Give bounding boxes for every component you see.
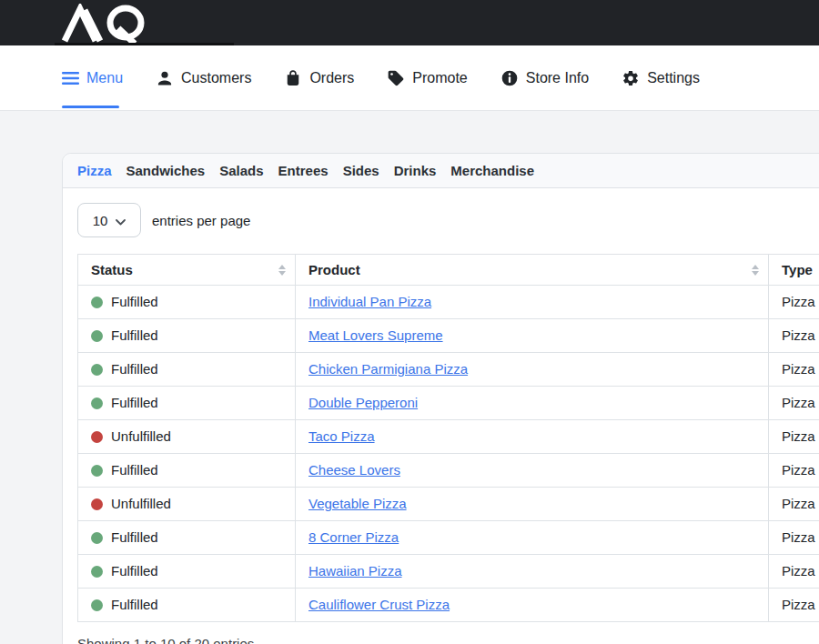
tab-merchandise[interactable]: Merchandise	[450, 163, 534, 178]
tab-salads[interactable]: Salads	[219, 163, 263, 178]
showing-entries-text: Showing 1 to 10 of 20 entries	[77, 636, 819, 644]
product-cell: Chicken Parmigiana Pizza	[296, 353, 769, 387]
product-cell: Cheese Lovers	[296, 454, 769, 488]
status-cell: Fulfilled	[78, 353, 296, 387]
entries-count-value: 10	[93, 213, 108, 228]
status-cell: Fulfilled	[78, 319, 296, 353]
primary-nav: Menu Customers Orders Promote Store Info…	[0, 45, 819, 111]
tab-pizza[interactable]: Pizza	[77, 163, 112, 178]
entries-per-page-label: entries per page	[152, 213, 250, 228]
product-link[interactable]: Meat Lovers Supreme	[308, 327, 443, 343]
status-dot-icon	[91, 397, 103, 409]
hamburger-icon	[62, 72, 79, 85]
product-cell: Double Pepperoni	[296, 387, 769, 420]
table-row: Fulfilled Double Pepperoni Pizza	[78, 387, 819, 420]
status-dot-icon	[91, 465, 103, 477]
topbar	[0, 0, 819, 45]
status-label: Fulfilled	[111, 562, 158, 580]
active-nav-underline	[62, 106, 119, 108]
nav-item-promote[interactable]: Promote	[387, 45, 467, 110]
product-link[interactable]: Double Pepperoni	[308, 395, 418, 410]
status-cell: Fulfilled	[78, 555, 296, 589]
type-cell: Pizza	[769, 286, 819, 319]
entries-per-page-row: 10 entries per page	[77, 203, 819, 237]
tab-drinks[interactable]: Drinks	[394, 163, 437, 178]
tab-entrees[interactable]: Entrees	[278, 163, 329, 178]
product-cell: Hawaiian Pizza	[296, 555, 769, 589]
table-row: Fulfilled Cheese Lovers Pizza	[78, 454, 819, 488]
table-row: Fulfilled Meat Lovers Supreme Pizza	[78, 319, 819, 353]
status-cell: Fulfilled	[78, 454, 296, 488]
status-dot-icon	[91, 566, 103, 578]
product-link[interactable]: Cauliflower Crust Pizza	[308, 597, 450, 612]
product-link[interactable]: 8 Corner Pizza	[308, 529, 399, 545]
nav-item-store-info[interactable]: Store Info	[500, 45, 589, 110]
status-label: Fulfilled	[111, 528, 158, 547]
product-cell: Taco Pizza	[296, 420, 769, 454]
tab-sides[interactable]: Sides	[343, 163, 379, 178]
status-dot-icon	[91, 330, 103, 342]
nav-item-label: Orders	[309, 70, 354, 86]
category-tabs: Pizza Sandwiches Salads Entrees Sides Dr…	[63, 154, 819, 188]
nav-item-customers[interactable]: Customers	[156, 45, 251, 110]
table-row: Fulfilled 8 Corner Pizza Pizza	[78, 521, 819, 555]
person-icon	[156, 69, 174, 87]
product-cell: Meat Lovers Supreme	[296, 319, 769, 353]
type-cell: Pizza	[769, 353, 819, 387]
status-label: Unfulfilled	[111, 428, 171, 446]
column-header-status[interactable]: Status	[78, 255, 296, 286]
nav-item-menu[interactable]: Menu	[62, 45, 123, 110]
nav-item-settings[interactable]: Settings	[622, 45, 700, 110]
type-cell: Pizza	[769, 319, 819, 353]
status-label: Fulfilled	[111, 360, 158, 378]
menu-card: Pizza Sandwiches Salads Entrees Sides Dr…	[62, 153, 819, 644]
entries-count-select[interactable]: 10	[77, 203, 141, 237]
nav-item-label: Promote	[412, 70, 467, 86]
product-link[interactable]: Hawaiian Pizza	[308, 563, 402, 579]
status-dot-icon	[91, 431, 103, 443]
status-label: Unfulfilled	[111, 495, 171, 513]
status-label: Fulfilled	[111, 327, 158, 345]
chevron-down-icon	[116, 213, 126, 228]
bag-icon	[284, 69, 302, 87]
type-cell: Pizza	[769, 555, 819, 589]
column-header-product[interactable]: Product	[296, 255, 769, 286]
info-icon	[500, 69, 519, 87]
product-link[interactable]: Taco Pizza	[308, 428, 375, 444]
column-header-type[interactable]: Type	[769, 255, 819, 286]
nav-item-label: Settings	[647, 70, 700, 86]
status-dot-icon	[91, 498, 103, 510]
products-table: Status Product Type Fulfilled	[77, 254, 819, 622]
card-body: 10 entries per page Status Product	[63, 188, 819, 644]
type-cell: Pizza	[769, 521, 819, 555]
nav-item-label: Customers	[181, 70, 251, 86]
status-dot-icon	[91, 297, 103, 308]
nav-item-label: Menu	[86, 70, 123, 86]
product-cell: Vegetable Pizza	[296, 488, 769, 521]
nav-item-label: Store Info	[526, 70, 589, 86]
gear-icon	[622, 69, 640, 87]
status-label: Fulfilled	[111, 461, 158, 479]
table-row: Unfulfilled Vegetable Pizza Pizza	[78, 488, 819, 521]
product-link[interactable]: Cheese Lovers	[308, 462, 400, 478]
status-cell: Unfulfilled	[78, 420, 296, 454]
status-cell: Fulfilled	[78, 521, 296, 555]
status-label: Fulfilled	[111, 394, 158, 412]
table-body: Fulfilled Individual Pan Pizza Pizza Ful…	[78, 286, 819, 622]
nav-item-orders[interactable]: Orders	[284, 45, 354, 110]
status-cell: Fulfilled	[78, 286, 296, 319]
product-link[interactable]: Vegetable Pizza	[308, 496, 407, 511]
product-link[interactable]: Individual Pan Pizza	[308, 294, 431, 309]
type-cell: Pizza	[769, 488, 819, 521]
status-cell: Fulfilled	[78, 589, 296, 622]
tag-icon	[387, 69, 405, 87]
status-cell: Fulfilled	[78, 387, 296, 420]
table-row: Unfulfilled Taco Pizza Pizza	[78, 420, 819, 454]
product-link[interactable]: Chicken Parmigiana Pizza	[308, 361, 468, 377]
sort-icon[interactable]	[752, 265, 759, 276]
tab-sandwiches[interactable]: Sandwiches	[126, 163, 206, 178]
status-cell: Unfulfilled	[78, 488, 296, 521]
status-dot-icon	[91, 364, 103, 376]
sort-icon[interactable]	[278, 265, 286, 276]
type-cell: Pizza	[769, 387, 819, 420]
